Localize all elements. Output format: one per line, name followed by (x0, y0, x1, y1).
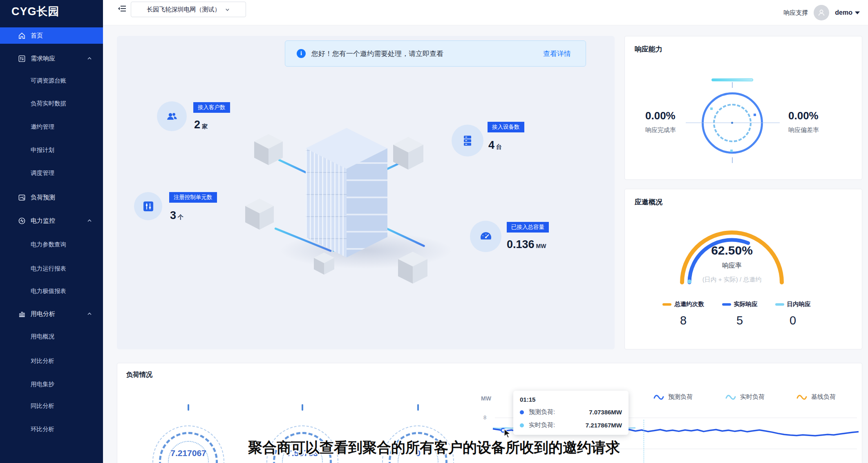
sidebar-item-demand-response[interactable]: 需求响应 (0, 50, 103, 67)
org-selector-value: 长园飞轮深圳电网（测试） (147, 6, 221, 13)
avatar[interactable] (814, 5, 829, 20)
user-menu[interactable]: demo (835, 9, 860, 16)
info-icon: i (297, 49, 306, 58)
usage-analysis-icon (17, 309, 26, 318)
sidebar-item-usage-analysis[interactable]: 用电分析 (0, 306, 103, 322)
legend-realtime-load[interactable]: 实时负荷 (725, 393, 765, 401)
control-unit-icon (134, 192, 162, 220)
stat-badge: 注册控制单元数 (169, 192, 217, 203)
power-monitor-icon (17, 216, 26, 225)
time-marker-line (644, 420, 644, 463)
sidebar: CYG长园 首页 需求响应 可调资源台账 负荷实时数据 邀约管理 申报计划 调度… (0, 0, 103, 463)
sidebar-item-yoy-analysis[interactable]: 同比分析 (0, 398, 103, 414)
series-dot (520, 410, 524, 414)
wave-icon (725, 394, 736, 401)
card-title: 响应能力 (635, 45, 662, 54)
sidebar-item-adjustable-resources[interactable]: 可调资源台账 (0, 72, 103, 89)
wave-icon (796, 394, 807, 401)
response-rate: 62.50% 响应率 (日内 + 实际) / 总邀约 (671, 244, 793, 284)
topbar-right: 响应支撑 demo (783, 0, 860, 25)
stat-value: 2家 (194, 119, 208, 131)
sidebar-item-dispatch-management[interactable]: 调度管理 (0, 165, 103, 181)
view-details-link[interactable]: 查看详情 (543, 49, 571, 58)
stat-value: 4台 (488, 139, 502, 152)
tooltip-row: 实时负荷: 7.217867MW (520, 421, 622, 429)
sidebar-item-load-forecast[interactable]: 负荷预测 (0, 189, 103, 206)
brand-logo: CYG长园 (11, 4, 60, 19)
card-title: 应邀概况 (635, 197, 662, 207)
stat-badge: 接入设备数 (488, 122, 524, 132)
server-icon (452, 125, 483, 157)
sidebar-item-comparison-analysis[interactable]: 对比分析 (0, 353, 103, 369)
node-cube (398, 252, 427, 284)
users-icon (157, 101, 187, 131)
node-cube (254, 134, 283, 165)
legend-forecast-load[interactable]: 预测负荷 (653, 393, 693, 401)
caret-down-icon (855, 11, 860, 14)
sidebar-item-realtime-load-data[interactable]: 负荷实时数据 (0, 95, 103, 112)
node-cube (393, 137, 423, 170)
app-root: CYG长园 首页 需求响应 可调资源台账 负荷实时数据 邀约管理 申报计划 调度… (0, 0, 868, 463)
sidebar-item-label: 需求响应 (31, 55, 55, 63)
chevron-up-icon (87, 56, 92, 61)
sidebar-item-mom-analysis[interactable]: 环比分析 (0, 421, 103, 437)
wave-icon (653, 394, 664, 401)
org-selector-dropdown[interactable]: 长园飞轮深圳电网（测试） (131, 2, 246, 17)
tooltip-time: 01:15 (520, 396, 622, 403)
load-forecast-icon (17, 193, 26, 202)
sidebar-item-home[interactable]: 首页 (0, 27, 103, 44)
tooltip-row: 预测负荷: 7.07386MW (520, 408, 622, 416)
video-subtitle: 聚合商可以查看到聚合的所有客户的设备所收到的邀约请求 (248, 438, 620, 457)
sidebar-item-power-operation-report[interactable]: 电力运行报表 (0, 260, 103, 277)
response-deviation: 0.00% 响应偏差率 (788, 110, 850, 134)
chevron-down-icon (225, 7, 230, 12)
sidebar-item-power-extreme-report[interactable]: 电力极值报表 (0, 283, 103, 299)
chevron-up-icon (87, 311, 92, 317)
stat-value: 0.136MW (507, 238, 546, 251)
gauge-top-bar (711, 78, 753, 81)
series-dot (520, 423, 524, 427)
invitation-overview-card: 应邀概况 62.50% 响应率 (日内 + 实际) / 总邀约 总邀约次数 8 … (624, 189, 862, 349)
response-capability-card: 响应能力 0.00% 响应完成率 0.00% 响应偏差率 (624, 36, 862, 180)
username: demo (835, 9, 852, 16)
response-completion: 0.00% 响应完成率 (645, 110, 707, 134)
legend-intraday-response[interactable]: 日内响应 0 (769, 300, 817, 327)
mouse-cursor (504, 429, 513, 438)
overview-panel: i 您好！您有一个邀约需要处理，请立即查看 查看详情 (117, 36, 615, 349)
server-illustration (306, 128, 387, 257)
sidebar-item-invitation-management[interactable]: 邀约管理 (0, 119, 103, 135)
sidebar-collapse-icon[interactable] (118, 4, 127, 13)
legend-baseline-load[interactable]: 基线负荷 (796, 393, 836, 401)
stat-badge: 接入客户数 (193, 102, 230, 113)
sidebar-item-meter-reading[interactable]: 用电集抄 (0, 376, 103, 392)
home-icon (17, 31, 26, 40)
banner-message: 您好！您有一个邀约需要处理，请立即查看 (311, 49, 543, 58)
support-link[interactable]: 响应支撑 (783, 9, 808, 17)
invitation-banner: i 您好！您有一个邀约需要处理，请立即查看 查看详情 (285, 40, 586, 67)
stat-badge: 已接入总容量 (507, 222, 549, 233)
demand-response-icon (17, 54, 26, 63)
legend-total-invitations[interactable]: 总邀约次数 8 (659, 300, 707, 327)
sidebar-item-power-parameter-query[interactable]: 电力参数查询 (0, 236, 103, 253)
sidebar-item-label: 首页 (31, 32, 43, 40)
chevron-up-icon (87, 218, 92, 224)
node-cube (245, 199, 274, 230)
stat-value: 3个 (170, 209, 183, 222)
gauge-icon (470, 221, 501, 252)
sidebar-item-declaration-plan[interactable]: 申报计划 (0, 142, 103, 158)
sidebar-item-usage-overview[interactable]: 用电概况 (0, 328, 103, 344)
legend-actual-response[interactable]: 实际响应 5 (716, 300, 764, 327)
topbar: 长园飞轮深圳电网（测试） 响应支撑 demo (103, 0, 868, 25)
chart-tooltip: 01:15 预测负荷: 7.07386MW 实时负荷: 7.217867MW (513, 391, 629, 435)
sidebar-item-power-monitoring[interactable]: 电力监控 (0, 212, 103, 229)
